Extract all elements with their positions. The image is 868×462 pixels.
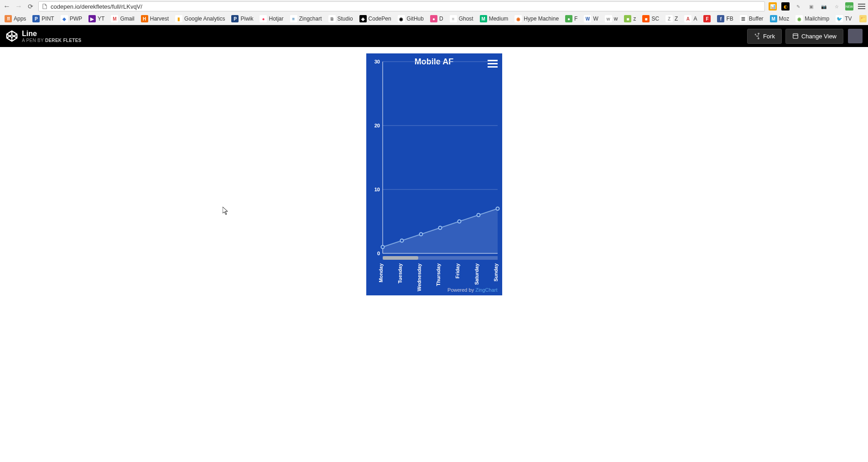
url-text: codepen.io/derekfletes/full/rLKvqV/: [51, 3, 142, 10]
bookmark-favicon: W: [584, 15, 591, 22]
bookmark-label: SC: [651, 16, 659, 22]
y-axis-tick: 0: [377, 251, 379, 256]
bookmark-item[interactable]: HHarvest: [138, 14, 172, 23]
ext-icon-5[interactable]: 📷: [820, 2, 828, 10]
bookmark-favicon: ◉: [515, 15, 522, 22]
chart-data-point[interactable]: [496, 207, 499, 210]
bookmark-item[interactable]: F: [701, 14, 713, 23]
chart-scroll-thumb[interactable]: [383, 256, 418, 260]
x-axis-tick: Monday: [378, 263, 384, 282]
bookmark-label: Ghost: [459, 16, 473, 22]
bookmark-item[interactable]: WW: [581, 14, 601, 23]
chart-data-point[interactable]: [419, 233, 422, 236]
bookmark-item[interactable]: ■SC: [639, 14, 662, 23]
url-bar[interactable]: codepen.io/derekfletes/full/rLKvqV/: [38, 1, 765, 11]
zingchart-link[interactable]: ZingChart: [475, 287, 497, 293]
bookmark-label: CodePen: [369, 16, 391, 22]
y-axis-tick: 10: [374, 187, 379, 192]
star-icon[interactable]: ☆: [832, 2, 841, 10]
codepen-logo-icon[interactable]: [5, 30, 18, 42]
bookmark-label: TV: [845, 16, 852, 22]
bookmark-label: Harvest: [150, 16, 169, 22]
bookmark-item[interactable]: AA: [681, 14, 700, 23]
bookmark-item[interactable]: ■z: [621, 14, 639, 23]
bookmark-item[interactable]: MMoz: [767, 14, 792, 23]
bookmark-item[interactable]: 🗎Studio: [326, 14, 356, 23]
bookmark-favicon: ◈: [359, 15, 367, 22]
bookmark-item[interactable]: ⠿Apps: [2, 14, 29, 23]
chrome-menu-icon[interactable]: [858, 4, 865, 9]
bookmark-favicon: 🗎: [328, 15, 336, 22]
bookmark-item[interactable]: ▶YT: [86, 14, 107, 23]
user-avatar[interactable]: [848, 29, 863, 43]
forward-button[interactable]: →: [15, 2, 23, 10]
bookmark-favicon: ▮: [175, 15, 182, 22]
codepen-header: Line A PEN BY Derek Fletes Fork Change V…: [0, 25, 868, 47]
y-axis-tick: 30: [374, 59, 379, 64]
pen-author[interactable]: Derek Fletes: [45, 38, 82, 43]
bookmark-favicon: f: [717, 15, 724, 22]
bookmark-favicon: w: [605, 15, 612, 22]
bookmark-label: Piwik: [240, 16, 253, 22]
pen-title-block: Line A PEN BY Derek Fletes: [22, 30, 82, 43]
bookmark-favicon: M: [111, 15, 118, 22]
chart-footer: Powered by ZingChart: [447, 287, 497, 293]
bookmark-item[interactable]: PPiwik: [229, 14, 256, 23]
bookmark-item[interactable]: ≡Ghost: [447, 14, 476, 23]
view-icon: [792, 33, 799, 39]
back-button[interactable]: ←: [3, 2, 11, 10]
chart-card: Mobile AF 0102030MondayTuesdayWednesdayT…: [366, 53, 502, 295]
bookmark-label: Gmail: [120, 16, 134, 22]
bookmark-label: W: [593, 16, 598, 22]
bookmark-item[interactable]: MMedium: [477, 14, 511, 23]
pen-byline: A PEN BY Derek Fletes: [22, 38, 82, 43]
bookmark-item[interactable]: 🐦TV: [833, 14, 854, 23]
bookmark-item[interactable]: ☰Buffer: [737, 14, 766, 23]
fork-button[interactable]: Fork: [747, 29, 782, 44]
bookmark-favicon: ●: [430, 15, 437, 22]
pen-title: Line: [22, 30, 82, 38]
chart-data-point[interactable]: [457, 220, 461, 223]
bookmark-label: YT: [98, 16, 104, 22]
chart-data-point[interactable]: [438, 226, 442, 230]
x-axis-tick: Sunday: [493, 263, 499, 282]
ext-icon-4[interactable]: ▣: [807, 2, 815, 10]
bookmark-item[interactable]: ◈CodePen: [357, 14, 394, 23]
bookmark-item[interactable]: ▮Google Analytics: [172, 14, 228, 23]
bookmark-favicon: ■: [642, 15, 650, 22]
bookmark-item[interactable]: ●D: [427, 14, 446, 23]
ext-icon-1[interactable]: 📊: [769, 2, 777, 10]
reload-button[interactable]: ⟳: [26, 2, 35, 10]
bookmark-label: w: [614, 16, 618, 22]
bookmark-favicon: Z: [665, 15, 673, 22]
browser-toolbar: ← → ⟳ codepen.io/derekfletes/full/rLKvqV…: [0, 0, 868, 13]
other-bookmarks[interactable]: 📁Other bookmarks: [857, 14, 868, 23]
bookmark-favicon: M: [770, 15, 777, 22]
bookmark-item[interactable]: ●Hotjar: [257, 14, 286, 23]
bookmark-favicon: ≡: [450, 15, 457, 22]
bookmark-item[interactable]: ww: [602, 14, 621, 23]
ext-icon-3[interactable]: ✎: [794, 2, 802, 10]
fork-icon: [754, 33, 760, 39]
bookmark-item[interactable]: ◉Hype Machine: [512, 14, 561, 23]
bookmark-item[interactable]: ZZ: [663, 14, 681, 23]
bookmark-item[interactable]: ◉Mailchimp: [793, 14, 832, 23]
ext-icon-2[interactable]: ◐: [781, 2, 790, 10]
bookmark-item[interactable]: ●F: [562, 14, 580, 23]
chart-data-point[interactable]: [400, 239, 403, 242]
chart-data-point[interactable]: [381, 246, 384, 249]
bookmark-item[interactable]: fFB: [714, 14, 736, 23]
bookmark-item[interactable]: ◉GitHub: [395, 14, 426, 23]
bookmark-label: Hype Machine: [524, 16, 559, 22]
chart-data-point[interactable]: [477, 214, 480, 217]
bookmark-item[interactable]: PPINT: [30, 14, 57, 23]
change-view-button[interactable]: Change View: [785, 29, 843, 44]
bookmark-favicon: P: [32, 15, 40, 22]
bookmark-label: A: [693, 16, 697, 22]
bookmark-label: Moz: [779, 16, 790, 22]
bookmark-item[interactable]: ◆PWP: [58, 14, 85, 23]
bookmark-favicon: ●: [260, 15, 267, 22]
bookmark-item[interactable]: ≡Zingchart: [287, 14, 325, 23]
ext-icon-6[interactable]: NEW: [845, 2, 853, 10]
bookmark-item[interactable]: MGmail: [108, 14, 137, 23]
